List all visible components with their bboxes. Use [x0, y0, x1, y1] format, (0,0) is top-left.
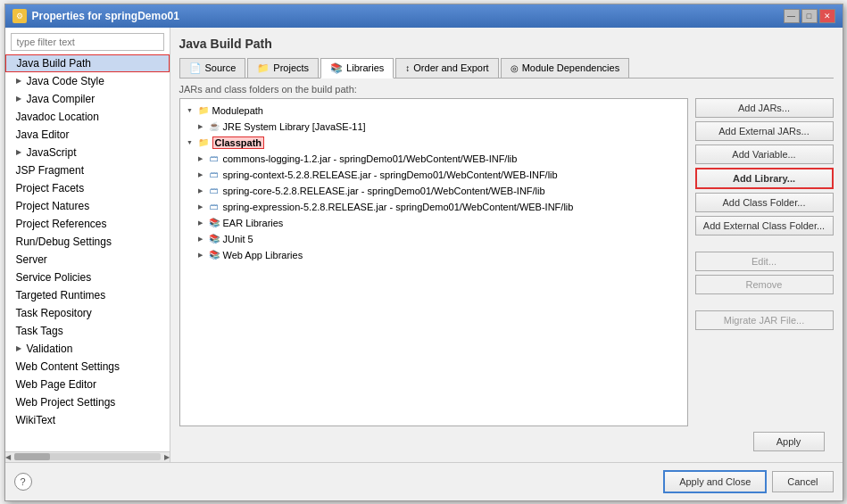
edit-button[interactable]: Edit...: [695, 252, 834, 271]
jar-icon-jre: ☕: [208, 120, 220, 133]
sidebar-scroll-track: [14, 453, 161, 460]
lib-icon-junit: 📚: [208, 233, 220, 245]
tab-module-label: Module Dependencies: [522, 62, 619, 73]
tree-text-spring-core: spring-core-5.2.8.RELEASE.jar - springDe…: [223, 186, 545, 196]
sidebar-item-javascript[interactable]: JavaScript: [5, 144, 170, 161]
lib-icon-webapp: 📚: [208, 249, 220, 261]
sidebar-item-validation[interactable]: Validation: [5, 340, 170, 358]
sidebar-item-label: Task Tags: [16, 325, 63, 337]
sidebar-item-label: Web Content Settings: [16, 360, 120, 373]
sidebar-item-label: Service Policies: [16, 271, 92, 284]
sidebar-item-targeted-runtimes[interactable]: Targeted Runtimes: [5, 286, 170, 304]
sidebar-item-task-repository[interactable]: Task Repository: [5, 304, 170, 322]
sidebar-item-web-content-settings[interactable]: Web Content Settings: [5, 358, 170, 376]
sidebar-item-java-code-style[interactable]: Java Code Style: [5, 72, 170, 90]
jar-icon-spring-expression: 🗃: [208, 201, 220, 213]
tab-libraries[interactable]: 📚 Libraries: [320, 58, 394, 78]
add-library-button[interactable]: Add Library...: [695, 168, 834, 189]
jar-icon-spring-context: 🗃: [208, 169, 220, 181]
apply-close-button[interactable]: Apply and Close: [663, 470, 767, 493]
sidebar-item-java-build-path[interactable]: Java Build Path: [5, 54, 170, 72]
migrate-jar-button[interactable]: Migrate JAR File...: [695, 310, 834, 330]
tree-item-web-app-libraries[interactable]: ▶ 📚 Web App Libraries: [184, 247, 684, 263]
sidebar-item-label: Javadoc Location: [16, 111, 99, 123]
add-class-folder-button[interactable]: Add Class Folder...: [695, 193, 834, 212]
tree-item-ear-libraries[interactable]: ▶ 📚 EAR Libraries: [184, 215, 684, 231]
tree-text-commons: commons-logging-1.2.jar - springDemo01/W…: [223, 153, 518, 164]
tree-text-ear: EAR Libraries: [223, 218, 284, 228]
tree-item-spring-context[interactable]: ▶ 🗃 spring-context-5.2.8.RELEASE.jar - s…: [184, 167, 684, 183]
minimize-button[interactable]: —: [784, 9, 800, 23]
tab-projects[interactable]: 📁 Projects: [247, 58, 319, 78]
footer-right: Apply and Close Cancel: [663, 470, 833, 493]
help-button[interactable]: ?: [14, 473, 32, 491]
sidebar-item-javadoc-location[interactable]: Javadoc Location: [5, 108, 170, 126]
tree-item-classpath[interactable]: ▼ 📁 Classpath: [184, 135, 684, 151]
tab-source-label: Source: [205, 62, 237, 73]
tree-item-spring-expression[interactable]: ▶ 🗃 spring-expression-5.2.8.RELEASE.jar …: [184, 199, 684, 215]
sidebar-item-jsp-fragment[interactable]: JSP Fragment: [5, 161, 170, 179]
folder-icon-modulepath: 📁: [197, 104, 210, 117]
tree-arrow-spring-context: ▶: [196, 171, 205, 178]
sidebar-item-java-editor[interactable]: Java Editor: [5, 126, 170, 144]
filter-input[interactable]: [11, 33, 164, 51]
sidebar-item-wikitext[interactable]: WikiText: [5, 411, 170, 429]
sidebar-item-project-facets[interactable]: Project Facets: [5, 179, 170, 197]
sidebar-scrollbar[interactable]: ◀ ▶: [5, 451, 170, 462]
tree-item-jre-system[interactable]: ▶ ☕ JRE System Library [JavaSE-11]: [184, 119, 684, 135]
tab-projects-label: Projects: [273, 62, 309, 73]
dialog-title: Properties for springDemo01: [32, 10, 179, 22]
sidebar-item-label: Project References: [16, 218, 107, 230]
sidebar-item-task-tags[interactable]: Task Tags: [5, 322, 170, 340]
tree-item-spring-core[interactable]: ▶ 🗃 spring-core-5.2.8.RELEASE.jar - spri…: [184, 183, 684, 199]
sidebar-item-server[interactable]: Server: [5, 251, 170, 269]
sidebar-item-web-project-settings[interactable]: Web Project Settings: [5, 393, 170, 411]
maximize-button[interactable]: □: [801, 9, 818, 23]
tab-libraries-label: Libraries: [346, 62, 384, 73]
sidebar-item-label: Project Natures: [16, 200, 90, 212]
add-variable-button[interactable]: Add Variable...: [695, 145, 834, 164]
sidebar-item-label: Java Build Path: [17, 57, 91, 70]
tree-item-modulepath[interactable]: ▼ 📁 Modulepath: [184, 103, 684, 119]
remove-button[interactable]: Remove: [695, 275, 834, 294]
sidebar-scroll-thumb: [14, 453, 50, 460]
tree-item-commons-logging[interactable]: ▶ 🗃 commons-logging-1.2.jar - springDemo…: [184, 151, 684, 167]
projects-icon: 📁: [257, 62, 270, 74]
jar-icon-spring-core: 🗃: [208, 185, 220, 197]
source-icon: 📄: [189, 62, 202, 74]
sidebar-item-label: Validation: [27, 343, 73, 355]
add-jars-button[interactable]: Add JARs...: [695, 98, 834, 118]
tree-text-spring-context: spring-context-5.2.8.RELEASE.jar - sprin…: [223, 169, 558, 180]
sidebar-item-label: Java Editor: [16, 128, 70, 141]
tree-panel: ▼ 📁 Modulepath ▶ ☕ JRE System Library [J…: [179, 98, 688, 426]
close-button[interactable]: ✕: [819, 9, 835, 23]
sidebar-item-web-page-editor[interactable]: Web Page Editor: [5, 376, 170, 393]
sidebar-item-project-references[interactable]: Project References: [5, 215, 170, 233]
module-icon: ◎: [511, 63, 519, 73]
apply-button[interactable]: Apply: [753, 432, 825, 451]
dialog-icon: ⚙: [12, 9, 27, 23]
content-area: ▼ 📁 Modulepath ▶ ☕ JRE System Library [J…: [179, 98, 834, 426]
tree-arrow-commons: ▶: [196, 155, 205, 162]
tree-item-junit5[interactable]: ▶ 📚 JUnit 5: [184, 231, 684, 247]
tab-order-export[interactable]: ↕ Order and Export: [395, 58, 498, 78]
tree-arrow-junit: ▶: [196, 235, 205, 243]
dialog-footer: ? Apply and Close Cancel: [5, 462, 843, 500]
tree-label: JARs and class folders on the build path…: [179, 84, 834, 95]
add-external-jars-button[interactable]: Add External JARs...: [695, 121, 834, 141]
tree-text-spring-expression: spring-expression-5.2.8.RELEASE.jar - sp…: [223, 202, 574, 212]
tree-arrow-webapp: ▶: [196, 252, 205, 259]
libraries-icon: 📚: [330, 62, 343, 74]
sidebar-item-label: WikiText: [16, 414, 56, 426]
sidebar-item-java-compiler[interactable]: Java Compiler: [5, 90, 170, 108]
tree-text-modulepath: Modulepath: [212, 105, 264, 116]
cancel-button[interactable]: Cancel: [772, 471, 833, 492]
tree-arrow-classpath: ▼: [186, 139, 195, 145]
apply-area: Apply: [179, 426, 834, 453]
add-external-class-folder-button[interactable]: Add External Class Folder...: [695, 216, 834, 235]
tab-module-dependencies[interactable]: ◎ Module Dependencies: [501, 58, 629, 78]
sidebar-item-run-debug[interactable]: Run/Debug Settings: [5, 233, 170, 251]
sidebar-item-service-policies[interactable]: Service Policies: [5, 269, 170, 286]
tab-source[interactable]: 📄 Source: [179, 58, 246, 78]
sidebar-item-project-natures[interactable]: Project Natures: [5, 197, 170, 215]
